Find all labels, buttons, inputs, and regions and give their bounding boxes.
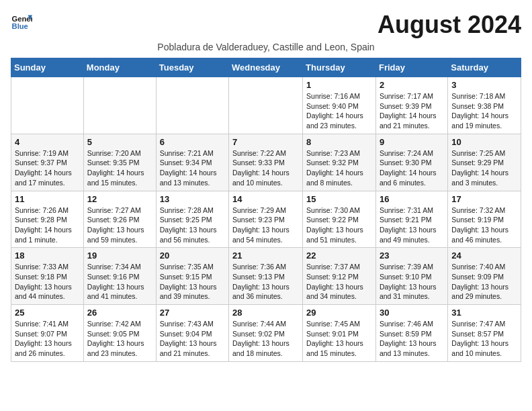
day-info: Sunrise: 7:20 AM Sunset: 9:35 PM Dayligh… xyxy=(87,148,152,188)
day-number: 14 xyxy=(232,194,299,204)
day-info: Sunrise: 7:36 AM Sunset: 9:13 PM Dayligh… xyxy=(232,262,299,302)
calendar-table: SundayMondayTuesdayWednesdayThursdayFrid… xyxy=(11,58,521,362)
calendar-cell: 19Sunrise: 7:34 AM Sunset: 9:16 PM Dayli… xyxy=(83,248,156,305)
calendar-cell: 26Sunrise: 7:42 AM Sunset: 9:05 PM Dayli… xyxy=(83,305,156,362)
day-info: Sunrise: 7:42 AM Sunset: 9:05 PM Dayligh… xyxy=(87,319,152,359)
calendar-cell: 24Sunrise: 7:40 AM Sunset: 9:09 PM Dayli… xyxy=(448,248,521,305)
week-row-2: 4Sunrise: 7:19 AM Sunset: 9:37 PM Daylig… xyxy=(11,134,521,191)
day-number: 1 xyxy=(306,80,372,90)
day-number: 13 xyxy=(160,194,225,204)
logo: General Blue xyxy=(11,11,32,32)
day-info: Sunrise: 7:23 AM Sunset: 9:32 PM Dayligh… xyxy=(306,148,372,188)
calendar-cell: 12Sunrise: 7:27 AM Sunset: 9:26 PM Dayli… xyxy=(83,191,156,248)
calendar-cell: 25Sunrise: 7:41 AM Sunset: 9:07 PM Dayli… xyxy=(11,305,84,362)
day-number: 17 xyxy=(451,194,517,204)
calendar-cell: 11Sunrise: 7:26 AM Sunset: 9:28 PM Dayli… xyxy=(11,191,84,248)
weekday-header-monday: Monday xyxy=(83,58,156,77)
calendar-cell: 28Sunrise: 7:44 AM Sunset: 9:02 PM Dayli… xyxy=(229,305,303,362)
svg-text:Blue: Blue xyxy=(12,22,28,30)
day-number: 20 xyxy=(160,250,225,261)
calendar-cell: 29Sunrise: 7:45 AM Sunset: 9:01 PM Dayli… xyxy=(303,305,376,362)
day-number: 22 xyxy=(306,250,372,261)
calendar-cell: 9Sunrise: 7:24 AM Sunset: 9:30 PM Daylig… xyxy=(375,134,447,191)
weekday-header-sunday: Sunday xyxy=(11,58,84,77)
calendar-cell: 16Sunrise: 7:31 AM Sunset: 9:21 PM Dayli… xyxy=(375,191,447,248)
day-number: 3 xyxy=(451,80,517,90)
day-info: Sunrise: 7:22 AM Sunset: 9:33 PM Dayligh… xyxy=(232,148,299,188)
day-number: 23 xyxy=(380,250,444,261)
day-info: Sunrise: 7:41 AM Sunset: 9:07 PM Dayligh… xyxy=(15,319,80,359)
day-info: Sunrise: 7:16 AM Sunset: 9:40 PM Dayligh… xyxy=(306,91,372,131)
day-info: Sunrise: 7:25 AM Sunset: 9:29 PM Dayligh… xyxy=(451,148,517,188)
day-number: 27 xyxy=(160,308,225,318)
day-info: Sunrise: 7:34 AM Sunset: 9:16 PM Dayligh… xyxy=(87,262,152,302)
day-info: Sunrise: 7:37 AM Sunset: 9:12 PM Dayligh… xyxy=(306,262,372,302)
day-info: Sunrise: 7:19 AM Sunset: 9:37 PM Dayligh… xyxy=(15,148,80,188)
calendar-cell xyxy=(156,77,228,134)
calendar-cell: 5Sunrise: 7:20 AM Sunset: 9:35 PM Daylig… xyxy=(83,134,156,191)
calendar-cell: 4Sunrise: 7:19 AM Sunset: 9:37 PM Daylig… xyxy=(11,134,84,191)
day-info: Sunrise: 7:27 AM Sunset: 9:26 PM Dayligh… xyxy=(87,205,152,245)
day-number: 18 xyxy=(15,250,80,261)
day-info: Sunrise: 7:44 AM Sunset: 9:02 PM Dayligh… xyxy=(232,319,299,359)
day-info: Sunrise: 7:39 AM Sunset: 9:10 PM Dayligh… xyxy=(380,262,444,302)
day-info: Sunrise: 7:24 AM Sunset: 9:30 PM Dayligh… xyxy=(380,148,444,188)
day-number: 28 xyxy=(232,308,299,318)
weekday-header-row: SundayMondayTuesdayWednesdayThursdayFrid… xyxy=(11,58,521,77)
calendar-cell: 13Sunrise: 7:28 AM Sunset: 9:25 PM Dayli… xyxy=(156,191,228,248)
calendar-cell: 18Sunrise: 7:33 AM Sunset: 9:18 PM Dayli… xyxy=(11,248,84,305)
day-number: 19 xyxy=(87,250,152,261)
calendar-cell: 14Sunrise: 7:29 AM Sunset: 9:23 PM Dayli… xyxy=(229,191,303,248)
day-info: Sunrise: 7:43 AM Sunset: 9:04 PM Dayligh… xyxy=(160,319,225,359)
calendar-cell: 6Sunrise: 7:21 AM Sunset: 9:34 PM Daylig… xyxy=(156,134,228,191)
day-info: Sunrise: 7:21 AM Sunset: 9:34 PM Dayligh… xyxy=(160,148,225,188)
day-number: 26 xyxy=(87,308,152,318)
logo-icon: General Blue xyxy=(11,11,32,32)
weekday-header-thursday: Thursday xyxy=(303,58,376,77)
calendar-cell xyxy=(83,77,156,134)
day-number: 24 xyxy=(451,250,517,261)
day-number: 29 xyxy=(306,308,372,318)
week-row-1: 1Sunrise: 7:16 AM Sunset: 9:40 PM Daylig… xyxy=(11,77,521,134)
calendar-cell: 2Sunrise: 7:17 AM Sunset: 9:39 PM Daylig… xyxy=(375,77,447,134)
calendar-cell: 1Sunrise: 7:16 AM Sunset: 9:40 PM Daylig… xyxy=(303,77,376,134)
calendar-cell: 27Sunrise: 7:43 AM Sunset: 9:04 PM Dayli… xyxy=(156,305,228,362)
weekday-header-saturday: Saturday xyxy=(448,58,521,77)
day-number: 10 xyxy=(451,137,517,147)
day-number: 5 xyxy=(87,137,152,147)
weekday-header-tuesday: Tuesday xyxy=(156,58,228,77)
day-info: Sunrise: 7:31 AM Sunset: 9:21 PM Dayligh… xyxy=(380,205,444,245)
day-number: 31 xyxy=(451,308,517,318)
day-number: 30 xyxy=(380,308,444,318)
day-info: Sunrise: 7:26 AM Sunset: 9:28 PM Dayligh… xyxy=(15,205,80,245)
calendar-cell: 31Sunrise: 7:47 AM Sunset: 8:57 PM Dayli… xyxy=(448,305,521,362)
calendar-cell: 23Sunrise: 7:39 AM Sunset: 9:10 PM Dayli… xyxy=(375,248,447,305)
day-number: 16 xyxy=(380,194,444,204)
calendar-cell xyxy=(229,77,303,134)
calendar-cell: 3Sunrise: 7:18 AM Sunset: 9:38 PM Daylig… xyxy=(448,77,521,134)
day-number: 25 xyxy=(15,308,80,318)
day-number: 6 xyxy=(160,137,225,147)
day-info: Sunrise: 7:17 AM Sunset: 9:39 PM Dayligh… xyxy=(380,91,444,131)
subtitle: Pobladura de Valderaduey, Castille and L… xyxy=(11,42,521,52)
weekday-header-wednesday: Wednesday xyxy=(229,58,303,77)
day-info: Sunrise: 7:32 AM Sunset: 9:19 PM Dayligh… xyxy=(451,205,517,245)
day-info: Sunrise: 7:29 AM Sunset: 9:23 PM Dayligh… xyxy=(232,205,299,245)
calendar-cell: 15Sunrise: 7:30 AM Sunset: 9:22 PM Dayli… xyxy=(303,191,376,248)
calendar-cell: 22Sunrise: 7:37 AM Sunset: 9:12 PM Dayli… xyxy=(303,248,376,305)
day-number: 9 xyxy=(380,137,444,147)
week-row-3: 11Sunrise: 7:26 AM Sunset: 9:28 PM Dayli… xyxy=(11,191,521,248)
calendar-body: 1Sunrise: 7:16 AM Sunset: 9:40 PM Daylig… xyxy=(11,77,521,362)
day-number: 8 xyxy=(306,137,372,147)
weekday-header-friday: Friday xyxy=(375,58,447,77)
day-info: Sunrise: 7:46 AM Sunset: 8:59 PM Dayligh… xyxy=(380,319,444,359)
day-number: 2 xyxy=(380,80,444,90)
calendar-cell xyxy=(11,77,84,134)
week-row-5: 25Sunrise: 7:41 AM Sunset: 9:07 PM Dayli… xyxy=(11,305,521,362)
day-number: 11 xyxy=(15,194,80,204)
calendar-cell: 7Sunrise: 7:22 AM Sunset: 9:33 PM Daylig… xyxy=(229,134,303,191)
month-title: August 2024 xyxy=(378,11,521,39)
day-info: Sunrise: 7:33 AM Sunset: 9:18 PM Dayligh… xyxy=(15,262,80,302)
day-info: Sunrise: 7:47 AM Sunset: 8:57 PM Dayligh… xyxy=(451,319,517,359)
title-block: August 2024 xyxy=(378,11,521,39)
